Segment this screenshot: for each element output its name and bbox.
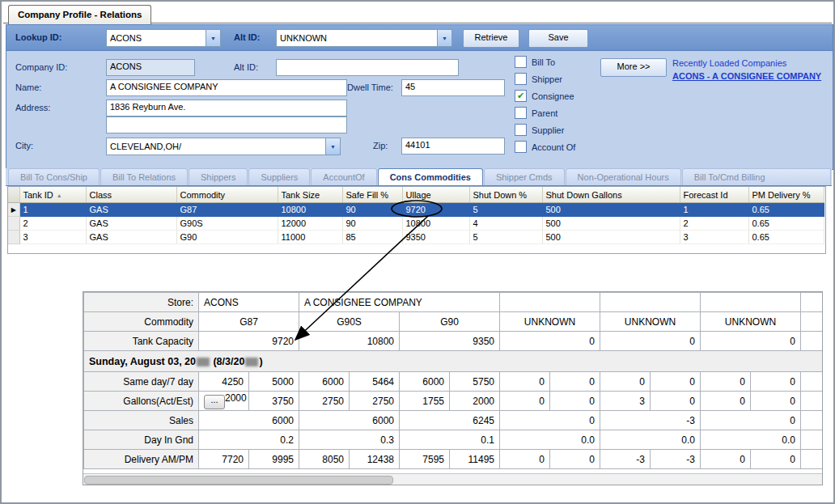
value-cell: 5464 <box>350 372 400 392</box>
grid-column-header-safe-fill[interactable]: Safe Fill % <box>342 187 402 203</box>
checkbox-parent[interactable]: Parent <box>515 108 575 118</box>
grid-cell[interactable]: 0.65 <box>748 217 824 231</box>
horizontal-scrollbar[interactable] <box>83 473 822 485</box>
value-cell: 4250 <box>199 372 249 392</box>
checked-checkbox-icon[interactable]: ✔ <box>515 90 527 102</box>
unchecked-checkbox-icon[interactable] <box>515 107 527 119</box>
grid-cell[interactable]: 0.65 <box>748 231 824 244</box>
unchecked-checkbox-icon[interactable] <box>515 73 527 85</box>
tab-cons-commodities[interactable]: Cons Commodities <box>378 168 483 186</box>
chevron-down-icon[interactable]: ▼ <box>325 138 340 155</box>
grid-column-header-tank-id[interactable]: Tank ID▲ <box>19 187 86 203</box>
chevron-down-icon[interactable]: ▼ <box>437 30 451 46</box>
grid-cell[interactable]: 10800 <box>402 217 469 231</box>
chevron-down-icon[interactable]: ▼ <box>206 30 220 46</box>
tab-shippers[interactable]: Shippers <box>189 168 248 186</box>
grid-row-3[interactable]: 3GASG9011000859350550030.65 <box>8 231 824 244</box>
value-cell: 0 <box>651 372 701 392</box>
grid-cell[interactable]: 4 <box>469 217 542 231</box>
grid-cell[interactable]: 11000 <box>278 231 342 244</box>
retrieve-button[interactable]: Retrieve <box>463 29 519 48</box>
grid-cell[interactable]: 9350 <box>402 231 469 244</box>
application-window: Company Profile - Relations Lookup ID: A… <box>0 0 835 504</box>
grid-cell[interactable]: 2 <box>680 217 748 231</box>
grid-column-header-pm-delivery[interactable]: PM Delivery % <box>748 187 824 203</box>
tab-non-operational-hours[interactable]: Non-Operational Hours <box>566 168 681 186</box>
checkbox-consignee[interactable]: ✔Consignee <box>515 91 575 101</box>
empty-cell <box>801 392 824 411</box>
grid-column-header-shut-down-gallons[interactable]: Shut Down Gallons <box>542 187 680 203</box>
grid-cell[interactable]: 10800 <box>278 203 342 217</box>
grid-cell[interactable]: 90 <box>342 203 402 217</box>
value-cell: 0 <box>500 372 550 392</box>
grid-cell[interactable]: 5 <box>469 231 542 244</box>
grid-cell[interactable]: 0.65 <box>748 203 824 217</box>
grid-cell[interactable]: GAS <box>86 203 176 217</box>
grid-cell[interactable]: G87 <box>176 203 278 217</box>
forecast-table-grid: Store:ACONSA CONSIGNEE COMPANYCommodityG… <box>83 292 823 469</box>
tab-bill-to-cmd-billing[interactable]: Bill To/Cmd Billing <box>682 168 831 186</box>
company-id-field[interactable]: ACONS <box>106 59 195 76</box>
unchecked-checkbox-icon[interactable] <box>515 56 527 68</box>
grid-cell[interactable]: 1 <box>680 203 748 217</box>
address-field-2[interactable] <box>106 116 347 133</box>
alt-id-combo[interactable]: UNKNOWN ▼ <box>276 29 452 47</box>
dwell-time-field[interactable]: 45 <box>401 79 505 96</box>
unchecked-checkbox-icon[interactable] <box>515 141 527 153</box>
city-combo[interactable]: CLEVELAND,OH/ ▼ <box>106 138 341 155</box>
grid-column-header-commodity[interactable]: Commodity <box>176 187 278 203</box>
grid-cell[interactable]: 85 <box>342 231 402 244</box>
name-field[interactable]: A CONSIGNEE COMPANY <box>106 79 347 96</box>
grid-cell[interactable]: 5 <box>469 203 542 217</box>
grid-cell[interactable]: 3 <box>680 231 748 244</box>
value-cell: 0 <box>500 450 550 469</box>
grid-cell[interactable]: 500 <box>542 217 680 231</box>
save-button[interactable]: Save <box>528 29 588 48</box>
grid-column-header-tank-size[interactable]: Tank Size <box>278 187 342 203</box>
grid-cell[interactable]: G90S <box>176 217 278 231</box>
grid-cell[interactable]: 500 <box>542 231 680 244</box>
value-cell: 0 <box>751 450 801 469</box>
grid-column-header-shut-down[interactable]: Shut Down % <box>469 187 542 203</box>
zip-field[interactable]: 44101 <box>401 138 505 155</box>
grid-cell[interactable]: G90 <box>176 231 278 244</box>
grid-cell[interactable]: 2 <box>19 217 86 231</box>
unchecked-checkbox-icon[interactable] <box>515 124 527 136</box>
checkbox-shipper[interactable]: Shipper <box>515 74 575 84</box>
grid-cell[interactable]: 3 <box>19 231 86 244</box>
grid-cell[interactable]: GAS <box>86 217 176 231</box>
lookup-id-combo[interactable]: ACONS ▼ <box>106 29 221 47</box>
grid-column-header-forecast-id[interactable]: Forecast Id <box>680 187 748 203</box>
grid-cell[interactable]: GAS <box>86 231 176 244</box>
recently-loaded-link[interactable]: ACONS - A CONSIGNEE COMPANY <box>672 71 831 81</box>
value-cell: 0.0 <box>701 430 801 450</box>
grid-row-1[interactable]: ▶1GASG8710800909720550010.65 <box>8 203 824 217</box>
grid-column-header-class[interactable]: Class <box>86 187 176 203</box>
grid-cell[interactable]: 90 <box>342 217 402 231</box>
address-field-1[interactable]: 1836 Reyburn Ave. <box>106 100 347 116</box>
checkbox-bill-to[interactable]: Bill To <box>515 57 575 67</box>
grid-row-2[interactable]: 2GASG90S120009010800450020.65 <box>8 217 824 231</box>
checkbox-supplier[interactable]: Supplier <box>515 125 575 135</box>
grid-cell[interactable]: 9720 <box>402 203 469 217</box>
tab-suppliers[interactable]: Suppliers <box>248 168 310 186</box>
tab-bill-to-relations[interactable]: Bill To Relations <box>100 168 188 186</box>
row-selector[interactable] <box>8 217 19 231</box>
tab-bill-to-cons-ship[interactable]: Bill To Cons/Ship <box>8 168 100 186</box>
empty-cell <box>701 293 801 312</box>
ellipsis-button[interactable]: ... <box>204 395 225 409</box>
alt-id-field[interactable] <box>276 59 459 76</box>
checkbox-account-of[interactable]: Account Of <box>515 142 575 152</box>
grid-cell[interactable]: 1 <box>19 203 86 217</box>
grid-cell[interactable]: 500 <box>542 203 680 217</box>
grid-cell[interactable]: 12000 <box>278 217 342 231</box>
tab-accountof[interactable]: AccountOf <box>311 168 376 186</box>
tab-shipper-cmds[interactable]: Shipper Cmds <box>484 168 565 186</box>
more-button[interactable]: More >> <box>600 58 667 77</box>
scrollbar-thumb[interactable] <box>84 476 393 485</box>
alt-id-label: Alt ID: <box>234 32 260 42</box>
row-selector[interactable] <box>8 231 19 244</box>
grid-column-header-ullage[interactable]: Ullage <box>402 187 469 203</box>
current-row-indicator-icon[interactable]: ▶ <box>8 203 19 217</box>
window-tab-company-profile-relations[interactable]: Company Profile - Relations <box>8 5 151 24</box>
